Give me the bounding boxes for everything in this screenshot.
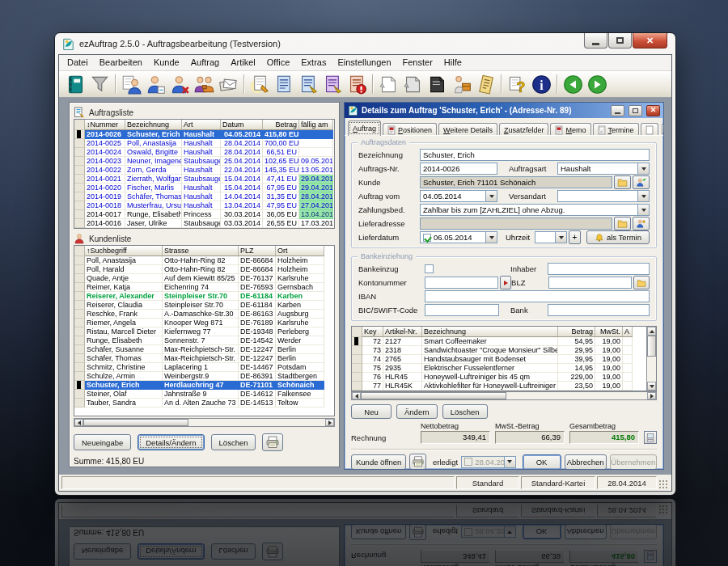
kunde-cell[interactable]: Knooper Weg 871 bbox=[163, 319, 239, 327]
letter-new-button[interactable] bbox=[376, 73, 400, 95]
auftrag-cell[interactable]: 2014-0017 bbox=[85, 210, 125, 219]
kunde-row[interactable]: Riemer, AngelaKnooper Weg 871DE-76189Kar… bbox=[74, 319, 334, 327]
auftrag-cell[interactable] bbox=[299, 148, 333, 157]
kunde-cell[interactable]: Reimer, Katja bbox=[85, 283, 163, 292]
info-button[interactable]: i bbox=[529, 73, 553, 95]
lieferadresse-select-button[interactable] bbox=[633, 217, 650, 230]
minimize-button[interactable] bbox=[584, 33, 607, 49]
auftrag-cell[interactable]: Zorn, Gerda bbox=[125, 166, 182, 175]
position-cell[interactable]: Honeywell-Luftreiniger bis 45 qm bbox=[422, 373, 558, 382]
position-col-artikel-nr[interactable]: Artikel-Nr. bbox=[383, 327, 422, 337]
kunde-cell[interactable]: DE-61184 bbox=[239, 292, 276, 301]
auftrag-row[interactable]: 2014-0021Zierrath, WolfgangStaubsauger15… bbox=[74, 175, 334, 184]
uhrzeit-plus-button[interactable]: + bbox=[569, 230, 581, 244]
auftrag-cell[interactable]: Poll, Anastasija bbox=[125, 139, 182, 148]
auftrag-col-fällig-am[interactable]: fällig am bbox=[299, 120, 333, 130]
auftrag-cell[interactable]: Haushalt bbox=[182, 130, 221, 139]
auftrag-cell[interactable]: 700,00 EU bbox=[263, 139, 299, 148]
position-cell[interactable]: 76 bbox=[362, 373, 383, 382]
position-row[interactable]: 76HLR45Honeywell-Luftreiniger bis 45 qm2… bbox=[352, 373, 646, 382]
address-book-button[interactable] bbox=[63, 73, 87, 95]
kunde-row[interactable]: Reschke, FrankA.-Damaschke-Str.30DE-8616… bbox=[74, 310, 334, 319]
loeschen-button[interactable]: Löschen bbox=[211, 434, 256, 450]
letter-sent-button[interactable] bbox=[425, 73, 449, 95]
auftrag-cell[interactable]: Runge, Elisabeth bbox=[125, 210, 182, 219]
kunde-cell[interactable]: Sonnenstr. 7 bbox=[163, 336, 239, 345]
kunde-cell[interactable]: Schuster, Erich bbox=[85, 381, 163, 390]
kunde-cell[interactable]: DE-14513 bbox=[239, 399, 276, 408]
dropdown-button[interactable] bbox=[485, 191, 497, 201]
position-cell[interactable]: HLR45K bbox=[383, 382, 422, 391]
auftrag-cell[interactable]: Schuster, Erich bbox=[125, 130, 182, 139]
tab-positionen[interactable]: Positionen bbox=[383, 123, 437, 136]
position-col-key[interactable]: Key bbox=[362, 327, 383, 337]
position-cell[interactable]: 19,00 bbox=[595, 337, 623, 346]
position-cell[interactable]: 39,95 bbox=[558, 355, 595, 364]
kunde-cell[interactable]: Schäfer, Thomas bbox=[85, 354, 163, 363]
kunde-cell[interactable]: DE-12247 bbox=[239, 345, 276, 354]
scroll-left-button[interactable] bbox=[74, 419, 83, 426]
kunde-row[interactable]: Quade, AntjeAuf dem Kiewitt 85/25DE-7613… bbox=[74, 274, 334, 283]
price-list-button[interactable] bbox=[473, 73, 497, 95]
bankeinzug-checkbox[interactable] bbox=[425, 264, 434, 273]
menu-hilfe[interactable]: Hilfe bbox=[438, 56, 468, 70]
position-row[interactable]: 742765Handstaubsauger mit Bodenset39,951… bbox=[352, 355, 646, 364]
auftrag-col-art[interactable]: Art bbox=[182, 120, 221, 130]
auftrags-nr-input[interactable]: 2014-0026 bbox=[420, 163, 497, 175]
position-cell[interactable] bbox=[623, 382, 633, 391]
position-cell[interactable]: 19,00 bbox=[595, 373, 623, 382]
kunde-col-plz[interactable]: PLZ bbox=[239, 246, 276, 256]
kunde-cell[interactable]: Steiner, Olaf bbox=[85, 390, 163, 399]
dropdown-button[interactable] bbox=[504, 457, 515, 467]
auftrag-cell[interactable]: 28.04.2014 bbox=[221, 139, 263, 148]
kunde-cell[interactable]: Eichenring 74 bbox=[163, 283, 239, 292]
auftrag-vom-combo[interactable]: 04.05.2014 bbox=[420, 190, 497, 202]
position-cell[interactable] bbox=[623, 346, 633, 355]
tab-more-doc[interactable] bbox=[641, 123, 658, 136]
kunde-cell[interactable]: Auf dem Kiewitt 85/25 bbox=[163, 274, 239, 283]
auftrag-cell[interactable]: 22.04.2014 bbox=[221, 166, 263, 175]
kunde-cell[interactable]: Jahnstraße 9 bbox=[163, 390, 239, 399]
auftrag-cell[interactable]: 2014-0020 bbox=[85, 184, 125, 192]
menu-kunde[interactable]: Kunde bbox=[148, 56, 185, 70]
position-cell[interactable] bbox=[623, 373, 633, 382]
nav-back-button[interactable] bbox=[561, 73, 585, 95]
kunde-row[interactable]: Runge, ElisabethSonnenstr. 7DE-14542Werd… bbox=[74, 336, 334, 345]
positions-hscrollbar[interactable] bbox=[351, 391, 657, 400]
position-row[interactable]: 732318Sandwichtoaster "Croque Monsieur" … bbox=[352, 346, 646, 355]
kunde-cell[interactable]: Tauber, Sandra bbox=[85, 399, 163, 408]
kunde-cell[interactable]: Otto-Hahn-Ring 82 bbox=[163, 256, 239, 265]
kunde-row[interactable]: Steiner, OlafJahnstraße 9DE-14612Falkens… bbox=[74, 390, 334, 399]
menu-datei[interactable]: Datei bbox=[61, 56, 94, 70]
kunde-cell[interactable]: Stadtbergen bbox=[276, 372, 324, 381]
auftrag-cell[interactable]: 2014-0024 bbox=[85, 148, 125, 157]
kunde-row[interactable]: Ristau, Marcell DieterKiefernweg 77DE-19… bbox=[74, 327, 334, 336]
auftrag-cell[interactable]: Haushalt bbox=[182, 139, 221, 148]
kunde-row[interactable]: Schäfer, ThomasMax-Reichpietsch-Str. 88D… bbox=[74, 354, 334, 363]
position-row[interactable]: 752935Elektrischer Fusselentferner14,951… bbox=[352, 364, 646, 373]
auftrag-row[interactable]: 2014-0024Oswald, BrigitteHaushalt28.04.2… bbox=[74, 148, 334, 157]
tab-termine[interactable]: Termine bbox=[593, 123, 639, 136]
inhaber-input[interactable] bbox=[548, 263, 650, 275]
bic-input[interactable] bbox=[425, 304, 499, 316]
kunde-open-folder-button[interactable] bbox=[614, 175, 631, 189]
kunde-row[interactable]: Schulze, ArminWeinbergstr.9DE-86391Stadt… bbox=[74, 372, 334, 381]
kontonummer-lookup-button[interactable] bbox=[500, 276, 511, 289]
details-minimize-button[interactable] bbox=[611, 105, 624, 116]
kunde-cell[interactable]: DE-12247 bbox=[239, 354, 276, 363]
position-cell[interactable]: 74 bbox=[362, 355, 383, 364]
menu-extras[interactable]: Extras bbox=[295, 56, 332, 70]
kunde-cell[interactable]: Poll, Anastasija bbox=[85, 256, 163, 265]
menu-artikel[interactable]: Artikel bbox=[225, 56, 261, 70]
auftrag-row[interactable]: 2014-0019Schäfer, ThomasHaushalt14.04.20… bbox=[74, 192, 334, 201]
auftrag-cell[interactable]: 04.05.2014 bbox=[221, 130, 263, 139]
position-col-a[interactable]: A bbox=[623, 327, 633, 337]
position-cell[interactable] bbox=[623, 364, 633, 373]
scroll-thumb[interactable] bbox=[83, 419, 188, 426]
tab-memo[interactable]: Memo bbox=[550, 123, 590, 136]
auftrag-row[interactable]: 2014-0016Jaser, UlrikeStaubsauger03.03.2… bbox=[74, 219, 334, 228]
customer-mail-button[interactable] bbox=[216, 73, 240, 95]
order-copy-button[interactable] bbox=[320, 73, 345, 95]
auftrag-cell[interactable] bbox=[299, 139, 333, 148]
position-cell[interactable]: 2318 bbox=[383, 346, 422, 355]
